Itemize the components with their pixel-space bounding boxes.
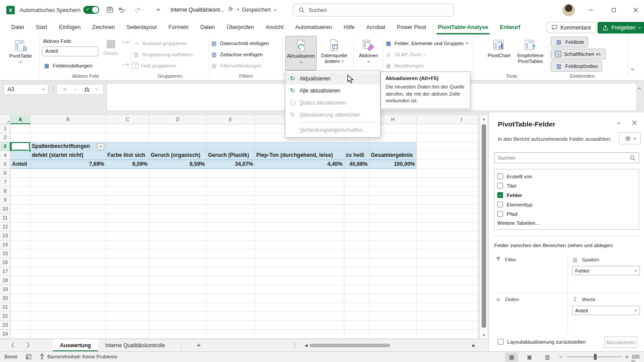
cell-f6[interactable] bbox=[255, 169, 344, 178]
checked-checkbox[interactable]: ✓ bbox=[497, 192, 503, 198]
cell-b3[interactable]: Spaltenbeschriftungen bbox=[30, 142, 106, 151]
page-layout-view-button[interactable]: ▣ bbox=[523, 353, 536, 362]
cell-e3[interactable] bbox=[207, 142, 255, 151]
cell-b24[interactable] bbox=[30, 330, 106, 339]
cell-b18[interactable] bbox=[30, 276, 106, 285]
cell-g20[interactable] bbox=[344, 294, 369, 303]
cell-g4[interactable]: zu heiß bbox=[344, 151, 369, 160]
cell-g6[interactable] bbox=[344, 169, 369, 178]
cell-e14[interactable] bbox=[207, 240, 255, 249]
cell-g15[interactable] bbox=[344, 249, 369, 258]
insert-function-button[interactable]: fx bbox=[84, 86, 89, 93]
cell-b1[interactable] bbox=[30, 124, 106, 133]
tab-daten[interactable]: Daten bbox=[195, 20, 221, 34]
pivottable-button[interactable]: PivotTable bbox=[3, 38, 38, 63]
field-settings-button[interactable]: ▦ Feldeinstellungen bbox=[43, 60, 93, 71]
cell-a8[interactable] bbox=[11, 187, 30, 196]
cell-f13[interactable] bbox=[255, 232, 344, 240]
cell-e18[interactable] bbox=[207, 276, 255, 285]
column-header-b[interactable]: B bbox=[30, 115, 106, 124]
cell-d14[interactable] bbox=[149, 240, 207, 249]
column-header-a[interactable]: A bbox=[11, 115, 30, 124]
felder-elemente-und-gruppen-button[interactable]: ▦Felder, Elemente und Gruppen bbox=[385, 38, 472, 49]
next-sheet-icon[interactable]: ❯ bbox=[26, 342, 30, 348]
share-button[interactable]: Freigeben bbox=[597, 22, 644, 34]
cell-d1[interactable] bbox=[149, 124, 207, 133]
tab-zeichnen[interactable]: Zeichnen bbox=[86, 20, 121, 34]
cell-i7[interactable] bbox=[417, 178, 478, 187]
cell-e21[interactable] bbox=[207, 303, 255, 312]
cell-c12[interactable] bbox=[106, 223, 149, 232]
field-erstellt-von[interactable]: Erstellt von bbox=[497, 172, 636, 181]
cell-b8[interactable] bbox=[30, 187, 106, 196]
cell-i14[interactable] bbox=[417, 240, 478, 249]
alle-aktualisieren-menu-item[interactable]: ↻Alle aktualisieren bbox=[285, 84, 380, 97]
cell-e15[interactable] bbox=[207, 249, 255, 258]
cell-h8[interactable] bbox=[369, 187, 417, 196]
accessibility-status[interactable]: Barrierefreiheit: Keine Probleme bbox=[39, 354, 118, 360]
cell-h21[interactable] bbox=[369, 303, 417, 312]
feldkopfzeilen-toggle[interactable]: ▥Feldkopfzeilen bbox=[551, 61, 602, 72]
cell-a5[interactable]: Anteil bbox=[11, 160, 30, 169]
cell-g21[interactable] bbox=[344, 303, 369, 312]
zoom-level[interactable]: 100 % bbox=[631, 354, 644, 362]
cell-f18[interactable] bbox=[255, 276, 344, 285]
cell-d23[interactable] bbox=[149, 321, 207, 330]
row-header-17[interactable]: 17 bbox=[0, 267, 11, 276]
macro-record-icon[interactable] bbox=[25, 354, 32, 361]
cell-c16[interactable] bbox=[106, 258, 149, 267]
cell-e4[interactable]: Geruch (Plastik) bbox=[207, 151, 255, 160]
cell-e6[interactable] bbox=[207, 169, 255, 178]
row-header-13[interactable]: 13 bbox=[0, 232, 11, 240]
cell-e19[interactable] bbox=[207, 285, 255, 294]
cell-b6[interactable] bbox=[30, 169, 106, 178]
cell-b14[interactable] bbox=[30, 240, 106, 249]
cell-f15[interactable] bbox=[255, 249, 344, 258]
cell-d4[interactable]: Geruch (organisch) bbox=[149, 151, 207, 160]
cell-g17[interactable] bbox=[344, 267, 369, 276]
field-titel[interactable]: Titel bbox=[497, 181, 636, 190]
schaltfl-chen-toggle[interactable]: ±Schaltflächen +/- bbox=[551, 49, 606, 59]
columns-field-pill[interactable]: Fehler bbox=[572, 266, 640, 275]
cell-g12[interactable] bbox=[344, 223, 369, 232]
cell-f9[interactable] bbox=[255, 196, 344, 205]
cell-a19[interactable] bbox=[11, 285, 30, 294]
maximize-button[interactable] bbox=[609, 5, 619, 14]
tab-entwurf[interactable]: Entwurf bbox=[494, 20, 526, 34]
people-icon[interactable] bbox=[227, 6, 234, 14]
cell-h17[interactable] bbox=[369, 267, 417, 276]
cell-d7[interactable] bbox=[149, 178, 207, 187]
cell-f8[interactable] bbox=[255, 187, 344, 196]
cell-b15[interactable] bbox=[30, 249, 106, 258]
search-input[interactable]: Suchen bbox=[293, 4, 454, 17]
cell-i11[interactable] bbox=[417, 214, 478, 223]
cell-d10[interactable] bbox=[149, 205, 207, 214]
cell-b16[interactable] bbox=[30, 258, 106, 267]
field-elementtyp[interactable]: Elementtyp bbox=[497, 200, 636, 209]
cell-d24[interactable] bbox=[149, 330, 207, 339]
cell-e13[interactable] bbox=[207, 232, 255, 240]
cell-d12[interactable] bbox=[149, 223, 207, 232]
row-header-20[interactable]: 20 bbox=[0, 294, 11, 303]
cell-a16[interactable] bbox=[11, 258, 30, 267]
cell-e22[interactable] bbox=[207, 312, 255, 321]
cell-c24[interactable] bbox=[106, 330, 149, 339]
cell-c15[interactable] bbox=[106, 249, 149, 258]
cell-a24[interactable] bbox=[11, 330, 30, 339]
tab-automatisieren[interactable]: Automatisieren bbox=[289, 20, 338, 34]
aktualisieren-menu-item[interactable]: ↻Aktualisieren bbox=[285, 72, 380, 84]
cell-d16[interactable] bbox=[149, 258, 207, 267]
defer-layout-checkbox[interactable] bbox=[498, 339, 504, 345]
cell-h10[interactable] bbox=[369, 205, 417, 214]
cell-f17[interactable] bbox=[255, 267, 344, 276]
unchecked-checkbox[interactable] bbox=[497, 202, 503, 207]
field-fehler[interactable]: ✓Fehler bbox=[497, 190, 636, 200]
normal-view-button[interactable]: ▦ bbox=[505, 353, 518, 362]
horizontal-scrollbar[interactable]: ◀ ▶ bbox=[302, 339, 478, 352]
tab-formeln[interactable]: Formeln bbox=[163, 20, 195, 34]
scroll-up-icon[interactable]: ▲ bbox=[480, 115, 488, 122]
comments-button[interactable]: Kommentare bbox=[547, 22, 596, 33]
cell-d20[interactable] bbox=[149, 294, 207, 303]
cell-g9[interactable] bbox=[344, 196, 369, 205]
cell-h23[interactable] bbox=[369, 321, 417, 330]
